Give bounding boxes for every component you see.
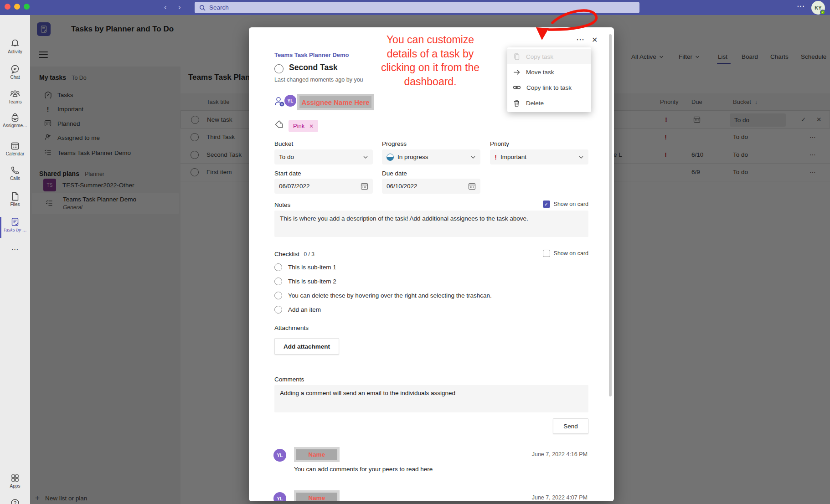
- menu-item-label: Move task: [526, 69, 554, 76]
- search-input[interactable]: Search: [195, 2, 639, 13]
- menu-item-label: Delete: [526, 100, 544, 107]
- rail-item-calendar[interactable]: Calendar: [0, 141, 30, 156]
- app-rail: Activity Chat Teams Assignme… Calendar C…: [0, 15, 30, 504]
- copy-icon: [513, 53, 521, 61]
- checklist-item[interactable]: This is sub-item 1: [274, 263, 336, 271]
- checklist-item-label: This is sub-item 2: [288, 278, 336, 285]
- rail-item-files[interactable]: Files: [0, 191, 30, 207]
- rail-item-label: Files: [0, 202, 30, 207]
- due-date-value: 06/10/2022: [387, 183, 418, 190]
- menu-item-copy-link-to-task[interactable]: Copy link to task: [507, 80, 591, 95]
- search-placeholder: Search: [209, 4, 229, 11]
- comment-placeholder: Adding a comment will send an email to t…: [280, 390, 455, 396]
- apps-grid-icon: [10, 473, 20, 483]
- notes-label: Notes: [274, 201, 290, 208]
- checklist-show-on-card[interactable]: Show on card: [543, 250, 588, 257]
- titlebar-more-icon[interactable]: ⋯: [797, 1, 805, 11]
- due-date-label: Due date: [382, 170, 407, 177]
- notes-text: This is where you add a description of t…: [280, 215, 528, 222]
- start-date-label: Start date: [274, 170, 301, 177]
- complete-task-circle[interactable]: [274, 64, 284, 73]
- checklist-label: Checklist 0 / 3: [274, 251, 314, 257]
- comment-input[interactable]: Adding a comment will send an email to t…: [274, 385, 588, 412]
- menu-item-move-task[interactable]: Move task: [507, 64, 591, 80]
- checkbox-unchecked-icon[interactable]: [543, 250, 550, 257]
- chat-icon: [10, 64, 20, 74]
- rail-item-chat[interactable]: Chat: [0, 64, 30, 80]
- rail-item-calls[interactable]: Calls: [0, 165, 30, 181]
- add-item-label: Add an item: [288, 306, 321, 313]
- presence-available-icon: ✓: [820, 10, 825, 15]
- rail-item-assignments[interactable]: Assignme…: [0, 113, 30, 128]
- comment-text: You can add comments for your peers to r…: [294, 466, 433, 473]
- send-label: Send: [563, 423, 578, 430]
- checklist-circle[interactable]: [274, 263, 282, 271]
- svg-text:?: ?: [14, 500, 16, 504]
- checklist-item[interactable]: This is sub-item 2: [274, 278, 336, 285]
- help-icon: ?: [10, 498, 20, 504]
- teams-people-icon: [10, 89, 21, 99]
- mac-zoom-button[interactable]: [24, 4, 30, 10]
- checklist-item-label: This is sub-item 1: [288, 264, 336, 271]
- comment-author-redacted: Name: [296, 493, 337, 502]
- checklist-circle: [274, 306, 282, 314]
- rail-more-icon: ⋯: [0, 245, 30, 254]
- assignee-redaction-box: Assignee Name Here: [297, 94, 374, 110]
- rail-item-teams[interactable]: Teams: [0, 89, 30, 104]
- task-title[interactable]: Second Task: [289, 63, 338, 72]
- trash-icon: [513, 99, 521, 107]
- mac-minimize-button[interactable]: [14, 4, 20, 10]
- comment-name-redaction: Name: [294, 447, 340, 462]
- chevron-down-icon: [363, 154, 368, 160]
- checklist-add-item[interactable]: Add an item: [274, 306, 321, 314]
- bucket-field-label: Bucket: [274, 140, 293, 147]
- checklist-item[interactable]: You can delete these by hovering over th…: [274, 292, 492, 299]
- rail-item-label: Chat: [0, 75, 30, 80]
- rail-item-tasks-by-planner[interactable]: Tasks by …: [0, 217, 30, 232]
- start-date-value: 06/07/2022: [279, 183, 310, 190]
- plan-breadcrumb-link[interactable]: Teams Task Planner Demo: [274, 51, 349, 58]
- dialog-scrollbar[interactable]: [609, 34, 612, 396]
- back-icon[interactable]: ‹: [164, 2, 167, 12]
- show-on-card-label: Show on card: [554, 250, 588, 257]
- checklist-circle[interactable]: [274, 278, 282, 285]
- rail-item-apps[interactable]: Apps: [0, 473, 30, 489]
- checklist-item-label: You can delete these by hovering over th…: [288, 292, 492, 299]
- add-attachment-button[interactable]: Add attachment: [274, 338, 339, 355]
- tag-label: Pink: [293, 123, 304, 129]
- comment-author-redacted: Name: [296, 449, 337, 460]
- checklist-circle[interactable]: [274, 292, 282, 299]
- annotation-note: You can customize details of a task by c…: [374, 33, 487, 88]
- rail-item-help[interactable]: ? Help: [0, 498, 30, 504]
- menu-item-delete[interactable]: Delete: [507, 95, 591, 111]
- search-icon: [199, 5, 206, 11]
- dialog-more-icon[interactable]: ⋯: [576, 35, 585, 45]
- bucket-select[interactable]: To do: [274, 149, 373, 165]
- calendar-icon: [10, 141, 20, 151]
- forward-icon[interactable]: ›: [178, 2, 181, 12]
- start-date-input[interactable]: 06/07/2022: [274, 179, 373, 194]
- assignee-avatar[interactable]: YL: [284, 95, 296, 107]
- bell-icon: [10, 39, 20, 49]
- priority-select[interactable]: ! Important: [490, 149, 588, 165]
- menu-item-copy-task: Copy task: [507, 49, 591, 64]
- mac-close-button[interactable]: [5, 4, 10, 10]
- notes-show-on-card[interactable]: ✓ Show on card: [543, 201, 588, 208]
- tag-pill-pink[interactable]: Pink ✕: [289, 120, 318, 132]
- rail-item-label: Assignme…: [0, 123, 30, 128]
- rail-item-label: Activity: [0, 49, 30, 54]
- checkbox-checked-icon[interactable]: ✓: [543, 201, 550, 208]
- remove-tag-icon[interactable]: ✕: [309, 123, 314, 129]
- backpack-icon: [10, 113, 20, 123]
- avatar-initials: YL: [277, 453, 283, 458]
- dialog-close-icon[interactable]: ✕: [592, 36, 598, 44]
- rail-more-apps[interactable]: ⋯: [0, 245, 30, 254]
- due-date-input[interactable]: 06/10/2022: [382, 179, 480, 194]
- send-button[interactable]: Send: [553, 418, 588, 434]
- checklist-title: Checklist: [274, 251, 299, 257]
- notes-textarea[interactable]: This is where you add a description of t…: [274, 211, 588, 237]
- rail-item-label: Apps: [0, 483, 30, 489]
- add-assignee-icon[interactable]: [273, 96, 285, 109]
- progress-select[interactable]: In progress: [382, 149, 480, 165]
- rail-item-activity[interactable]: Activity: [0, 39, 30, 54]
